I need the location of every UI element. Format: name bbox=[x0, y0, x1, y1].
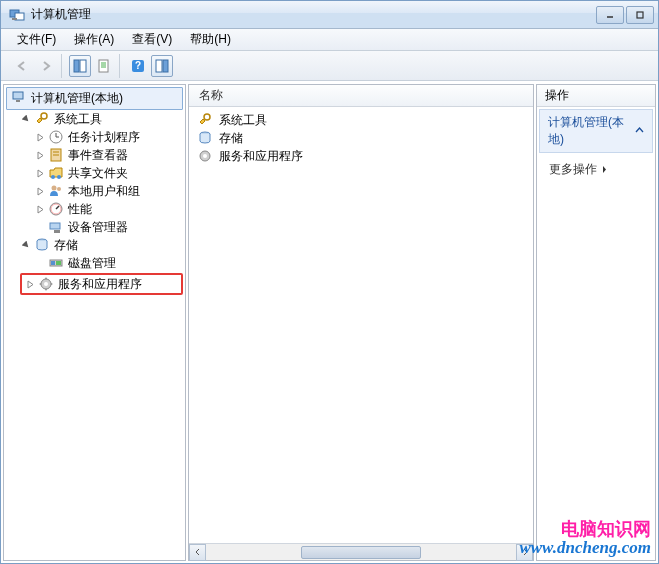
node-label: 磁盘管理 bbox=[68, 255, 116, 272]
action-link-label: 更多操作 bbox=[549, 161, 597, 178]
list-body[interactable]: 系统工具 存储 服务和应用程序 bbox=[189, 107, 533, 543]
properties-button[interactable] bbox=[93, 55, 115, 77]
svg-rect-16 bbox=[16, 100, 20, 102]
expand-icon[interactable] bbox=[34, 131, 46, 143]
collapse-icon[interactable] bbox=[20, 113, 32, 125]
expand-icon[interactable] bbox=[34, 167, 46, 179]
column-name[interactable]: 名称 bbox=[189, 87, 533, 104]
highlighted-item: 服务和应用程序 bbox=[20, 273, 183, 295]
tree-root[interactable]: 计算机管理(本地) bbox=[6, 87, 183, 110]
svg-point-25 bbox=[57, 175, 61, 179]
node-label: 性能 bbox=[68, 201, 92, 218]
node-label: 存储 bbox=[54, 237, 78, 254]
svg-text:?: ? bbox=[135, 60, 141, 71]
collapse-arrow-icon bbox=[635, 124, 644, 138]
svg-point-26 bbox=[52, 186, 57, 191]
node-label: 本地用户和组 bbox=[68, 183, 140, 200]
menu-bar: 文件(F) 操作(A) 查看(V) 帮助(H) bbox=[1, 29, 658, 51]
collapse-icon[interactable] bbox=[20, 239, 32, 251]
svg-rect-32 bbox=[54, 230, 60, 233]
list-item[interactable]: 存储 bbox=[195, 129, 527, 147]
tree-root-label: 计算机管理(本地) bbox=[31, 90, 123, 107]
list-pane: 名称 系统工具 存储 服务和应用程序 bbox=[188, 84, 534, 561]
tools-icon bbox=[197, 112, 213, 128]
title-bar: 计算机管理 bbox=[1, 1, 658, 29]
help-button[interactable]: ? bbox=[127, 55, 149, 77]
show-action-pane-button[interactable] bbox=[151, 55, 173, 77]
window-title: 计算机管理 bbox=[31, 6, 596, 23]
action-header: 操作 bbox=[537, 85, 655, 107]
menu-view[interactable]: 查看(V) bbox=[124, 29, 180, 50]
expand-icon[interactable] bbox=[34, 149, 46, 161]
svg-rect-14 bbox=[163, 60, 168, 72]
tree-node-local-users[interactable]: 本地用户和组 bbox=[34, 182, 183, 200]
menu-action[interactable]: 操作(A) bbox=[66, 29, 122, 50]
tree-node-performance[interactable]: 性能 bbox=[34, 200, 183, 218]
tree-node-system-tools[interactable]: 系统工具 bbox=[20, 110, 183, 128]
node-label: 服务和应用程序 bbox=[58, 276, 142, 293]
disk-icon bbox=[48, 255, 64, 271]
list-item-label: 系统工具 bbox=[219, 112, 267, 129]
node-label: 事件查看器 bbox=[68, 147, 128, 164]
node-label: 系统工具 bbox=[54, 111, 102, 128]
svg-point-39 bbox=[204, 114, 210, 120]
list-header: 名称 bbox=[189, 85, 533, 107]
tree-node-services-apps[interactable]: 服务和应用程序 bbox=[24, 275, 179, 293]
performance-icon bbox=[48, 201, 64, 217]
minimize-button[interactable] bbox=[596, 6, 624, 24]
svg-rect-6 bbox=[80, 60, 86, 72]
window-controls bbox=[596, 6, 654, 24]
tree-node-event-viewer[interactable]: 事件查看器 bbox=[34, 146, 183, 164]
svg-point-42 bbox=[203, 154, 207, 158]
svg-rect-13 bbox=[156, 60, 162, 72]
tree-node-task-scheduler[interactable]: 任务计划程序 bbox=[34, 128, 183, 146]
list-item-label: 服务和应用程序 bbox=[219, 148, 303, 165]
tree-pane[interactable]: 计算机管理(本地) 系统工具 任务计划程序 bbox=[3, 84, 186, 561]
svg-rect-2 bbox=[12, 18, 17, 20]
computer-management-window: 计算机管理 文件(F) 操作(A) 查看(V) 帮助(H) ? bbox=[0, 0, 659, 564]
list-item-label: 存储 bbox=[219, 130, 243, 147]
tree-node-shared-folders[interactable]: 共享文件夹 bbox=[34, 164, 183, 182]
svg-rect-15 bbox=[13, 92, 23, 99]
menu-help[interactable]: 帮助(H) bbox=[182, 29, 239, 50]
node-label: 任务计划程序 bbox=[68, 129, 140, 146]
svg-rect-4 bbox=[637, 12, 643, 18]
action-more-actions[interactable]: 更多操作 bbox=[537, 155, 655, 184]
list-item[interactable]: 系统工具 bbox=[195, 111, 527, 129]
expand-icon[interactable] bbox=[34, 203, 46, 215]
action-section-label: 计算机管理(本地) bbox=[548, 114, 635, 148]
scroll-left-button[interactable] bbox=[189, 544, 206, 561]
tree-node-storage[interactable]: 存储 bbox=[20, 236, 183, 254]
clock-icon bbox=[48, 129, 64, 145]
node-label: 共享文件夹 bbox=[68, 165, 128, 182]
expand-icon[interactable] bbox=[24, 278, 36, 290]
tree-node-disk-management[interactable]: 磁盘管理 bbox=[34, 254, 183, 272]
svg-rect-5 bbox=[74, 60, 79, 72]
expand-icon[interactable] bbox=[34, 185, 46, 197]
back-button bbox=[11, 55, 33, 77]
device-icon bbox=[48, 219, 64, 235]
svg-point-17 bbox=[41, 113, 47, 119]
svg-rect-36 bbox=[56, 261, 61, 265]
app-icon bbox=[9, 7, 25, 23]
scroll-right-button[interactable] bbox=[516, 544, 533, 561]
services-icon bbox=[38, 276, 54, 292]
show-hide-tree-button[interactable] bbox=[69, 55, 91, 77]
storage-icon bbox=[34, 237, 50, 253]
svg-rect-31 bbox=[50, 223, 60, 229]
tools-icon bbox=[34, 111, 50, 127]
event-icon bbox=[48, 147, 64, 163]
main-area: 计算机管理(本地) 系统工具 任务计划程序 bbox=[1, 81, 658, 563]
computer-icon bbox=[11, 89, 27, 108]
horizontal-scrollbar[interactable] bbox=[189, 543, 533, 560]
svg-rect-35 bbox=[51, 261, 55, 265]
maximize-button[interactable] bbox=[626, 6, 654, 24]
list-item[interactable]: 服务和应用程序 bbox=[195, 147, 527, 165]
tree-node-device-manager[interactable]: 设备管理器 bbox=[34, 218, 183, 236]
menu-file[interactable]: 文件(F) bbox=[9, 29, 64, 50]
services-icon bbox=[197, 148, 213, 164]
scroll-thumb[interactable] bbox=[301, 546, 421, 559]
action-section-title[interactable]: 计算机管理(本地) bbox=[539, 109, 653, 153]
svg-point-27 bbox=[57, 187, 61, 191]
node-label: 设备管理器 bbox=[68, 219, 128, 236]
